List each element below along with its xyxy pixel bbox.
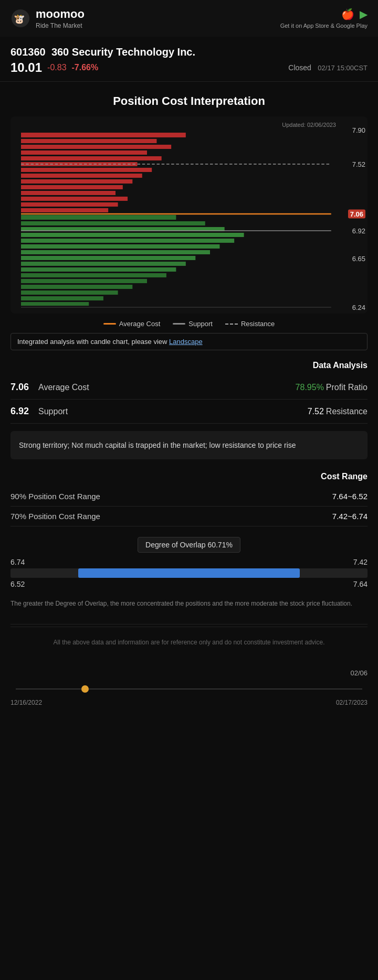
svg-rect-8 bbox=[21, 168, 152, 172]
stock-price: 10.01 bbox=[10, 60, 42, 75]
svg-rect-18 bbox=[21, 221, 205, 225]
chart-updated-date: Updated: 02/06/2023 bbox=[10, 122, 368, 128]
cost-range-section: Cost Range 90% Position Cost Range 7.64~… bbox=[10, 472, 368, 608]
legend-avg-cost-line bbox=[103, 323, 116, 325]
svg-rect-27 bbox=[21, 273, 166, 277]
landscape-note: Integrated analysis with candle chart, p… bbox=[10, 333, 368, 350]
legend-resistance-label: Resistance bbox=[241, 320, 275, 328]
legend-resistance-line bbox=[225, 324, 238, 325]
logo-text: moomoo bbox=[36, 7, 85, 21]
timeline-end-labels: 12/16/2022 02/17/2023 bbox=[10, 699, 368, 706]
price-change-pct: -7.66% bbox=[72, 63, 99, 72]
svg-rect-12 bbox=[21, 191, 116, 195]
moomoo-logo-icon: 🐮 bbox=[10, 8, 30, 28]
y-label-706-highlighted: 7.06 bbox=[348, 210, 365, 219]
app-header: 🐮 moomoo Ride The Market 🍎 ▶ Get it on A… bbox=[0, 0, 378, 37]
range-90-value: 7.64~6.52 bbox=[332, 492, 368, 501]
chart-y-axis: 7.90 7.52 7.06 6.92 6.65 6.24 bbox=[336, 130, 368, 308]
legend-support-line bbox=[173, 323, 185, 325]
svg-rect-23 bbox=[21, 250, 210, 254]
range-70-value: 7.42~6.74 bbox=[332, 512, 368, 521]
position-cost-chart bbox=[21, 130, 336, 308]
chart-legend: Average Cost Support Resistance bbox=[10, 320, 368, 328]
overlap-footnote: The greater the Degree of Overlap, the m… bbox=[10, 599, 368, 608]
svg-rect-5 bbox=[21, 150, 147, 155]
y-label-692: 6.92 bbox=[352, 227, 365, 235]
overlap-label: Degree of Overlap 60.71% bbox=[138, 537, 240, 553]
svg-rect-31 bbox=[21, 296, 103, 300]
stock-name: 601360 360 Security Technology Inc. bbox=[10, 46, 368, 58]
svg-rect-13 bbox=[21, 197, 128, 201]
svg-rect-24 bbox=[21, 256, 195, 260]
landscape-note-text: Integrated analysis with candle chart, p… bbox=[17, 338, 167, 346]
svg-rect-10 bbox=[21, 179, 132, 184]
section-title: Position Cost Interpretation bbox=[10, 94, 368, 108]
timeline-track bbox=[16, 681, 362, 697]
svg-rect-26 bbox=[21, 267, 176, 272]
timeline-current-date: 02/06 bbox=[10, 669, 368, 677]
profit-ratio-label: Profit Ratio bbox=[326, 383, 368, 392]
resistance-label: Resistance bbox=[326, 407, 368, 416]
google-play-icon: ▶ bbox=[360, 8, 368, 20]
overlap-bar-track bbox=[10, 568, 368, 578]
y-label-624: 6.24 bbox=[352, 304, 365, 311]
range-90-row: 90% Position Cost Range 7.64~6.52 bbox=[10, 487, 368, 507]
app-store-area: 🍎 ▶ Get it on App Store & Google Play bbox=[280, 8, 368, 29]
svg-rect-30 bbox=[21, 290, 118, 295]
avg-cost-row: 7.06 Average Cost 78.95% Profit Ratio bbox=[10, 375, 368, 400]
support-label: Support bbox=[38, 407, 68, 416]
svg-rect-29 bbox=[21, 285, 132, 289]
disclaimer: All the above data and information are f… bbox=[10, 627, 368, 658]
timeline-section: 02/06 12/16/2022 02/17/2023 bbox=[0, 664, 378, 717]
stock-header: 601360 360 Security Technology Inc. 10.0… bbox=[0, 37, 378, 79]
data-analysis-header: Data Analysis bbox=[10, 361, 368, 370]
profit-ratio-value: 78.95% bbox=[296, 383, 324, 392]
timeline-dot bbox=[81, 685, 89, 693]
overlap-bar-fill bbox=[78, 568, 300, 578]
main-content: Position Cost Interpretation Updated: 02… bbox=[0, 84, 378, 664]
svg-rect-32 bbox=[21, 302, 89, 306]
timeline-start-date: 12/16/2022 bbox=[10, 699, 42, 706]
legend-avg-cost-label: Average Cost bbox=[119, 320, 161, 328]
svg-rect-15 bbox=[21, 208, 108, 212]
overlap-outer-right: 7.64 bbox=[353, 580, 368, 588]
legend-support-label: Support bbox=[188, 320, 213, 328]
market-time: 02/17 15:00CST bbox=[318, 64, 368, 72]
chart-wrapper: 7.90 7.52 7.06 6.92 6.65 6.24 bbox=[10, 130, 368, 308]
chart-bars-area bbox=[10, 130, 336, 308]
svg-rect-22 bbox=[21, 244, 219, 249]
svg-rect-28 bbox=[21, 279, 147, 283]
svg-rect-9 bbox=[21, 174, 142, 178]
svg-text:🐮: 🐮 bbox=[14, 14, 25, 25]
legend-average-cost: Average Cost bbox=[103, 320, 161, 328]
get-it-label: Get it on App Store & Google Play bbox=[280, 23, 368, 29]
overlap-inner-right: 7.42 bbox=[353, 558, 368, 566]
overlap-container: Degree of Overlap 60.71% 6.74 7.42 6.52 … bbox=[10, 537, 368, 588]
tagline: Ride The Market bbox=[36, 22, 85, 29]
legend-resistance: Resistance bbox=[225, 320, 275, 328]
landscape-link[interactable]: Landscape bbox=[169, 338, 203, 346]
svg-rect-17 bbox=[21, 215, 176, 220]
svg-rect-11 bbox=[21, 185, 123, 189]
logo-area: 🐮 moomoo Ride The Market bbox=[10, 7, 85, 29]
support-value: 6.92 bbox=[10, 406, 29, 417]
overlap-inner-labels: 6.74 7.42 bbox=[10, 558, 368, 566]
overlap-outer-labels: 6.52 7.64 bbox=[10, 580, 368, 588]
chart-container: Updated: 02/06/2023 bbox=[10, 116, 368, 314]
timeline-end-date: 02/17/2023 bbox=[336, 699, 368, 706]
svg-rect-3 bbox=[21, 139, 156, 143]
y-label-752: 7.52 bbox=[352, 160, 365, 168]
stock-price-row: 10.01 -0.83 -7.66% Closed 02/17 15:00CST bbox=[10, 60, 368, 75]
range-70-row: 70% Position Cost Range 7.42~6.74 bbox=[10, 507, 368, 526]
legend-support: Support bbox=[173, 320, 213, 328]
stock-code: 601360 bbox=[10, 46, 46, 58]
svg-rect-4 bbox=[21, 145, 171, 149]
y-label-665: 6.65 bbox=[352, 255, 365, 263]
avg-cost-value: 7.06 bbox=[10, 382, 29, 393]
range-90-label: 90% Position Cost Range bbox=[10, 492, 100, 501]
description-text: Strong territory; Not much capital is tr… bbox=[19, 441, 296, 449]
description-box: Strong territory; Not much capital is tr… bbox=[10, 431, 368, 459]
svg-rect-20 bbox=[21, 233, 244, 237]
svg-rect-21 bbox=[21, 239, 234, 243]
timeline-line bbox=[16, 688, 362, 690]
